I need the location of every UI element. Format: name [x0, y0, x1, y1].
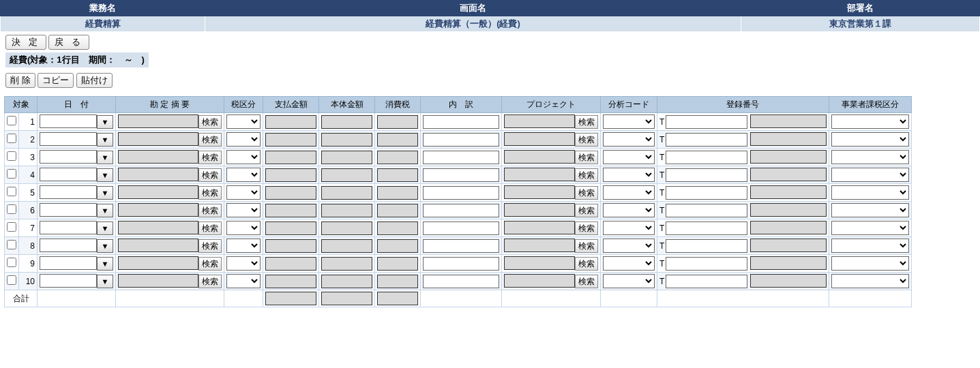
- row-checkbox[interactable]: [7, 151, 16, 161]
- biz-tax-select[interactable]: [831, 150, 909, 164]
- date-input[interactable]: [40, 114, 97, 128]
- summary-search-button[interactable]: 検索: [198, 133, 222, 147]
- summary-search-button[interactable]: 検索: [198, 239, 222, 253]
- tax-class-select[interactable]: [226, 256, 261, 271]
- analysis-select[interactable]: [603, 274, 655, 288]
- reg-no-input[interactable]: [666, 115, 747, 129]
- tax-class-select[interactable]: [226, 274, 261, 288]
- date-input[interactable]: [40, 168, 97, 181]
- date-input[interactable]: [40, 239, 97, 252]
- copy-button[interactable]: コピー: [38, 73, 74, 88]
- analysis-select[interactable]: [603, 256, 655, 271]
- biz-tax-select[interactable]: [831, 239, 909, 253]
- date-dropdown-button[interactable]: ▼: [97, 151, 113, 164]
- detail-input[interactable]: [423, 221, 499, 235]
- date-dropdown-button[interactable]: ▼: [97, 133, 113, 147]
- row-checkbox[interactable]: [7, 258, 16, 267]
- summary-search-button[interactable]: 検索: [198, 204, 222, 217]
- date-input[interactable]: [40, 274, 97, 288]
- tax-class-select[interactable]: [226, 221, 261, 235]
- project-search-button[interactable]: 検索: [575, 115, 598, 129]
- reg-no-input[interactable]: [666, 151, 747, 164]
- project-search-button[interactable]: 検索: [575, 204, 598, 217]
- biz-tax-select[interactable]: [831, 132, 909, 147]
- detail-input[interactable]: [423, 257, 499, 271]
- analysis-select[interactable]: [603, 168, 655, 182]
- detail-input[interactable]: [423, 186, 499, 200]
- tax-class-select[interactable]: [226, 132, 261, 147]
- row-checkbox[interactable]: [7, 169, 16, 179]
- date-input[interactable]: [40, 185, 97, 199]
- row-checkbox[interactable]: [7, 116, 16, 125]
- row-checkbox[interactable]: [7, 187, 16, 196]
- analysis-select[interactable]: [603, 132, 655, 147]
- project-search-button[interactable]: 検索: [575, 186, 598, 200]
- decide-button[interactable]: 決 定: [5, 35, 46, 50]
- analysis-select[interactable]: [603, 185, 655, 200]
- project-search-button[interactable]: 検索: [575, 257, 598, 271]
- project-search-button[interactable]: 検索: [575, 133, 598, 147]
- analysis-select[interactable]: [603, 221, 655, 235]
- date-dropdown-button[interactable]: ▼: [97, 204, 113, 217]
- analysis-select[interactable]: [603, 239, 655, 253]
- biz-tax-select[interactable]: [831, 185, 909, 200]
- tax-class-select[interactable]: [226, 185, 261, 200]
- row-checkbox[interactable]: [7, 134, 16, 143]
- detail-input[interactable]: [423, 275, 499, 288]
- row-checkbox[interactable]: [7, 240, 16, 249]
- delete-button[interactable]: 削 除: [5, 73, 35, 88]
- date-dropdown-button[interactable]: ▼: [97, 257, 113, 271]
- date-input[interactable]: [40, 132, 97, 146]
- date-dropdown-button[interactable]: ▼: [97, 239, 113, 253]
- reg-no-input[interactable]: [666, 133, 747, 147]
- biz-tax-select[interactable]: [831, 221, 909, 235]
- summary-search-button[interactable]: 検索: [198, 168, 222, 182]
- summary-search-button[interactable]: 検索: [198, 257, 222, 271]
- reg-no-input[interactable]: [666, 275, 747, 288]
- date-input[interactable]: [40, 150, 97, 164]
- row-checkbox[interactable]: [7, 275, 16, 285]
- reg-no-input[interactable]: [666, 186, 747, 200]
- tax-class-select[interactable]: [226, 114, 261, 129]
- biz-tax-select[interactable]: [831, 114, 909, 129]
- analysis-select[interactable]: [603, 114, 655, 129]
- date-dropdown-button[interactable]: ▼: [97, 115, 113, 129]
- back-button[interactable]: 戻 る: [48, 35, 89, 50]
- date-input[interactable]: [40, 256, 97, 270]
- project-search-button[interactable]: 検索: [575, 168, 598, 182]
- tax-class-select[interactable]: [226, 203, 261, 217]
- summary-search-button[interactable]: 検索: [198, 221, 222, 235]
- analysis-select[interactable]: [603, 203, 655, 217]
- date-dropdown-button[interactable]: ▼: [97, 186, 113, 200]
- project-search-button[interactable]: 検索: [575, 151, 598, 164]
- detail-input[interactable]: [423, 239, 499, 253]
- analysis-select[interactable]: [603, 150, 655, 164]
- paste-button[interactable]: 貼付け: [76, 73, 113, 88]
- biz-tax-select[interactable]: [831, 256, 909, 271]
- detail-input[interactable]: [423, 151, 499, 164]
- detail-input[interactable]: [423, 133, 499, 147]
- project-search-button[interactable]: 検索: [575, 221, 598, 235]
- summary-search-button[interactable]: 検索: [198, 151, 222, 164]
- date-input[interactable]: [40, 203, 97, 217]
- tax-class-select[interactable]: [226, 168, 261, 182]
- date-dropdown-button[interactable]: ▼: [97, 275, 113, 288]
- row-checkbox[interactable]: [7, 204, 16, 214]
- summary-search-button[interactable]: 検索: [198, 275, 222, 288]
- date-dropdown-button[interactable]: ▼: [97, 168, 113, 182]
- row-checkbox[interactable]: [7, 222, 16, 232]
- biz-tax-select[interactable]: [831, 203, 909, 217]
- detail-input[interactable]: [423, 168, 499, 182]
- summary-search-button[interactable]: 検索: [198, 115, 222, 129]
- detail-input[interactable]: [423, 204, 499, 217]
- reg-no-input[interactable]: [666, 204, 747, 217]
- tax-class-select[interactable]: [226, 150, 261, 164]
- date-input[interactable]: [40, 221, 97, 234]
- detail-input[interactable]: [423, 115, 499, 129]
- date-dropdown-button[interactable]: ▼: [97, 221, 113, 235]
- reg-no-input[interactable]: [666, 168, 747, 182]
- biz-tax-select[interactable]: [831, 274, 909, 288]
- tax-class-select[interactable]: [226, 239, 261, 253]
- biz-tax-select[interactable]: [831, 168, 909, 182]
- reg-no-input[interactable]: [666, 239, 747, 253]
